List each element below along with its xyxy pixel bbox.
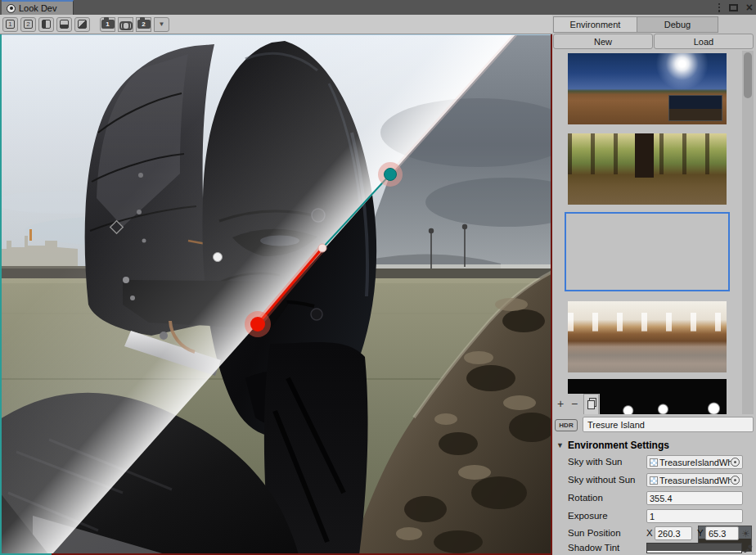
chevron-down-icon: ▼ xyxy=(159,20,165,28)
shadow-tint-color-swatch[interactable] xyxy=(646,543,742,553)
split-horizontal-icon xyxy=(60,20,69,29)
sun-icon[interactable]: ☀ xyxy=(739,526,753,540)
exposure-field[interactable]: 1 xyxy=(646,509,743,523)
split-diagonal-icon xyxy=(78,20,87,29)
viewport-border-view2-right xyxy=(551,34,552,555)
rendered-scene xyxy=(0,34,552,555)
thumbnail-scrollbar-thumb[interactable] xyxy=(744,52,752,98)
setting-row-sun-position: Sun Position X 260.3 Y 65.3 ☀ xyxy=(552,526,756,541)
hdri-list-toolbar: + − xyxy=(552,394,600,414)
hdr-badge: HDR xyxy=(555,419,578,431)
single-view-2-button[interactable]: 2 xyxy=(20,17,36,32)
viewport-border-view1 xyxy=(0,34,2,555)
environment-panel: Environment Debug New Load + − HDR Tresu… xyxy=(552,15,756,555)
environment-settings-header[interactable]: ▼ Environment Settings xyxy=(556,440,669,451)
split-handle-center[interactable] xyxy=(318,244,326,252)
window-controls: × xyxy=(718,0,753,15)
tab-debug[interactable]: Debug xyxy=(637,16,718,33)
remove-hdri-button[interactable]: − xyxy=(568,396,581,410)
camera-1-icon: 1 xyxy=(101,20,115,29)
foldout-arrow-icon: ▼ xyxy=(556,441,564,449)
object-picker-icon[interactable] xyxy=(731,476,740,485)
split-diagonal-button[interactable] xyxy=(74,17,90,32)
rotation-field[interactable]: 355.4 xyxy=(646,491,743,505)
split-horizontal-button[interactable] xyxy=(56,17,72,32)
setting-row-shadow-tint: Shadow Tint xyxy=(552,541,756,555)
lookdev-eye-icon xyxy=(7,4,16,13)
duplicate-icon xyxy=(587,399,595,408)
sun-y-field[interactable]: 65.3 xyxy=(705,526,739,540)
setting-row-exposure: Exposure 1 xyxy=(552,509,756,524)
sky-without-sun-object-field[interactable]: TreasureIslandWh xyxy=(646,473,743,487)
window-tab-label: Look Dev xyxy=(19,3,56,13)
thumbnail-scrollbar-track[interactable] xyxy=(742,51,754,414)
camera-2-icon: 2 xyxy=(137,20,151,29)
eyedropper-icon[interactable] xyxy=(743,542,753,553)
lookdev-window-tab[interactable]: Look Dev xyxy=(2,0,74,15)
link-cameras-button[interactable] xyxy=(118,17,133,32)
sun-x-field[interactable]: 260.3 xyxy=(655,526,692,540)
tab-environment[interactable]: Environment xyxy=(553,16,637,33)
new-environment-button[interactable]: New xyxy=(553,34,653,49)
duplicate-hdri-button[interactable] xyxy=(583,394,599,414)
camera-1-button[interactable]: 1 xyxy=(100,17,115,32)
close-icon[interactable]: × xyxy=(746,2,753,13)
window-titlebar: Look Dev × xyxy=(0,0,756,15)
hdri-name-field[interactable]: Tresure Island xyxy=(583,417,754,432)
setting-row-rotation: Rotation 355.4 xyxy=(552,491,756,506)
object-picker-icon[interactable] xyxy=(731,458,740,467)
hdri-thumbnail-forest[interactable] xyxy=(568,133,727,205)
camera-options-dropdown[interactable]: ▼ xyxy=(154,17,169,32)
setting-row-sky-without-sun: Sky without Sun TreasureIslandWh xyxy=(552,473,756,488)
maximize-icon[interactable] xyxy=(729,4,738,11)
hdri-thumbnail-church[interactable] xyxy=(568,301,727,372)
single-view-1-button[interactable]: 1 xyxy=(2,17,18,32)
texture-icon xyxy=(650,458,658,467)
split-vertical-button[interactable] xyxy=(38,17,54,32)
hdri-thumbnail-outback[interactable] xyxy=(568,53,727,124)
sky-with-sun-object-field[interactable]: TreasureIslandWh xyxy=(646,455,743,469)
link-icon xyxy=(119,20,133,29)
camera-2-button[interactable]: 2 xyxy=(136,17,151,32)
window-menu-icon[interactable] xyxy=(718,3,721,12)
split-vertical-icon xyxy=(42,20,51,29)
load-environment-button[interactable]: Load xyxy=(654,34,754,49)
hdri-thumbnail-inset xyxy=(668,95,722,121)
lookdev-viewport[interactable] xyxy=(0,34,552,555)
split-handle-teal[interactable] xyxy=(385,169,397,181)
texture-icon xyxy=(650,476,658,485)
add-hdri-button[interactable]: + xyxy=(554,396,567,410)
lookdev-toolbar: 1 2 1 2 ▼ xyxy=(0,15,552,34)
split-handle-red[interactable] xyxy=(250,317,265,332)
selected-thumbnail-outline xyxy=(565,212,730,291)
setting-row-sky-with-sun: Sky with Sun TreasureIslandWh xyxy=(552,455,756,470)
viewport-border-top xyxy=(0,34,552,35)
